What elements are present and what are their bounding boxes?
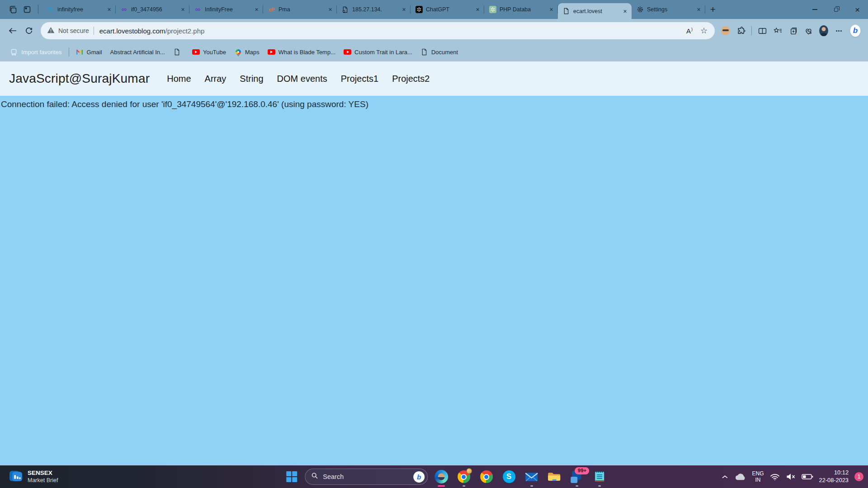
read-aloud-icon[interactable] [682,23,697,38]
bookmark-label: YouTube [203,49,226,56]
search-placeholder: Search [323,473,409,480]
browser-toolbar: Not secure ecart.lovestoblog.com/project… [0,19,868,42]
tab-php-database[interactable]: PHP Databa [484,0,558,19]
extensions-puzzle-icon[interactable] [734,23,748,38]
close-icon[interactable] [179,6,187,14]
tab-pma[interactable]: Pma [263,0,337,19]
bookmark-untitled-page[interactable] [169,46,188,58]
tab-ecart-active[interactable]: ecart.lovest [558,3,632,19]
onedrive-cloud-icon[interactable] [734,473,746,481]
browser-essentials-icon[interactable] [801,23,816,38]
page-icon [420,48,428,56]
close-icon[interactable] [474,6,481,14]
widgets-button[interactable]: SENSEX Market Brief [5,465,61,488]
refresh-button[interactable] [21,23,37,39]
battery-icon[interactable] [802,474,813,480]
taskbar-notepad-icon[interactable] [590,465,609,488]
volume-muted-icon[interactable] [786,473,796,480]
start-button[interactable] [282,465,301,488]
tab-label: 185.27.134. [352,6,400,13]
language-indicator[interactable]: ENGIN [752,470,764,483]
bookmark-gmail[interactable]: Gmail [72,46,106,58]
close-icon[interactable] [253,6,260,14]
bookmark-abstract-artificial[interactable]: Abstract Artificial In... [106,47,169,58]
new-tab-button[interactable] [705,3,721,16]
close-icon[interactable] [695,6,703,14]
tab-infinityfree-search[interactable]: infinityfree [42,0,116,19]
tab-actions-icon[interactable] [20,3,34,16]
import-icon [10,48,18,56]
bing-copilot-icon[interactable] [847,23,863,38]
bookmark-document[interactable]: Document [416,46,462,58]
restore-button[interactable] [826,0,847,19]
taskbar-file-explorer-icon[interactable] [545,465,563,488]
youtube-icon [192,48,200,56]
close-window-button[interactable] [847,0,868,19]
gmail-icon [76,48,84,56]
nav-link-projects2[interactable]: Projects2 [392,74,429,84]
site-body: Connection failed: Access denied for use… [0,96,868,109]
close-icon[interactable] [105,6,113,14]
search-icon [311,472,318,481]
workspaces-icon[interactable] [5,3,20,16]
tab-chatgpt[interactable]: ChatGPT [410,0,484,19]
favorites-list-icon[interactable] [770,23,785,38]
page-icon [173,48,181,56]
widget-subtitle: Market Brief [28,477,58,484]
tab-infinityfree[interactable]: InfinityFree [189,0,263,19]
settings-menu-icon[interactable] [832,23,846,38]
widget-title: SENSEX [28,469,58,477]
bookmark-maps[interactable]: Maps [230,46,264,58]
url-host: ecart.lovestoblog.com [99,27,165,35]
close-icon[interactable] [621,7,629,15]
import-favorites-button[interactable]: Import favorites [6,46,66,58]
nav-link-projects1[interactable]: Projects1 [341,74,378,84]
taskbar-edge-icon[interactable] [432,465,450,488]
minimize-button[interactable] [804,0,826,19]
nav-link-array[interactable]: Array [205,74,226,84]
error-page-icon [341,6,349,14]
nav-link-home[interactable]: Home [167,74,191,84]
taskbar-center: Search 99+ [282,465,609,488]
extension-avatar-icon[interactable] [718,23,733,38]
tray-chevron-up-icon[interactable] [722,475,728,479]
phpmyadmin-icon [268,6,275,14]
favorite-star-icon[interactable] [697,23,711,38]
profile-avatar[interactable] [816,23,831,38]
youtube-icon [344,48,351,56]
import-favorites-label: Import favorites [21,49,62,56]
taskbar-badged-app-icon[interactable]: 99+ [567,465,586,488]
taskbar-search-input[interactable]: Search [305,469,428,485]
bookmark-blade-template[interactable]: What is Blade Temp... [264,46,340,58]
tab-settings[interactable]: Settings [632,0,705,19]
taskbar-chrome-profile-icon[interactable] [454,465,473,488]
tab-ip-address[interactable]: 185.27.134. [337,0,410,19]
window-controls [804,0,868,19]
bookmark-custom-trait[interactable]: Custom Trait in Lara... [340,46,416,58]
close-icon[interactable] [547,6,555,14]
collections-icon[interactable] [786,23,800,38]
split-screen-icon[interactable] [755,23,769,38]
notification-count-badge[interactable]: 1 [854,472,863,481]
infinity-icon [194,6,202,14]
wifi-icon[interactable] [770,473,780,481]
nav-link-dom-events[interactable]: DOM events [277,74,327,84]
divider [751,26,752,35]
address-bar[interactable]: Not secure ecart.lovestoblog.com/project… [41,22,715,39]
bookmark-youtube[interactable]: YouTube [188,46,230,58]
taskbar-chrome-icon[interactable] [477,465,495,488]
close-icon[interactable] [326,6,334,14]
taskbar: SENSEX Market Brief Search [0,465,868,488]
security-label: Not secure [58,27,89,34]
nav-link-string[interactable]: String [240,74,263,84]
clock-datetime[interactable]: 10:1222-08-2023 [819,469,849,484]
taskbar-mail-icon[interactable] [522,465,541,488]
back-button[interactable] [5,23,21,39]
tab-if0-account[interactable]: if0_3474956 [116,0,189,19]
chatgpt-icon [415,6,423,14]
tab-label: ChatGPT [426,6,474,13]
taskbar-skype-icon[interactable] [500,465,518,488]
close-icon[interactable] [400,6,408,14]
bookmark-label: Gmail [87,49,102,56]
browser-window: infinityfree if0_3474956 InfinityFree Pm… [0,0,868,488]
